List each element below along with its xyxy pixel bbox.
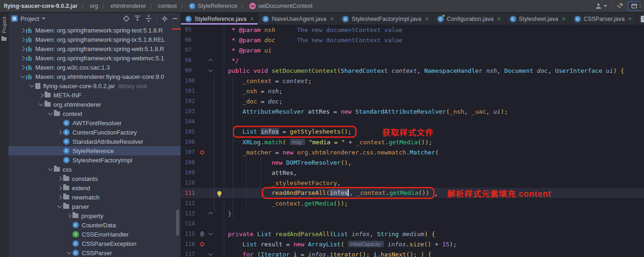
code-line-98[interactable]: 98 */ — [181, 55, 644, 65]
chevron-down-icon[interactable] — [39, 102, 43, 106]
chevron-down-icon[interactable] — [20, 74, 25, 78]
tree-item-maven-org-springframework-spring-web-5-1[interactable]: Maven: org.springframework:spring-web:5.… — [8, 44, 181, 53]
tree-item-maven-org-springframework-spring-webmvc-[interactable]: Maven: org.springframework:spring-webmvc… — [8, 53, 181, 63]
tab-close-icon[interactable]: × — [628, 15, 632, 22]
code-line-103[interactable]: 103 AttributeResolver attRes = new Stand… — [181, 106, 644, 116]
chevron-right-icon[interactable] — [20, 56, 25, 60]
settings-gear-button[interactable] — [162, 16, 168, 22]
code-line-95[interactable]: 95 * @param nsh The new documentContext … — [181, 25, 644, 35]
breadcrumb-item[interactable]: xhtmlrenderer — [110, 3, 146, 9]
project-panel-title[interactable]: Project — [20, 15, 39, 22]
line-number[interactable]: 112 — [181, 200, 198, 206]
chevron-right-icon[interactable] — [57, 130, 62, 135]
tree-item-cssparser[interactable]: CCSSParser — [8, 248, 181, 257]
line-number[interactable]: 114 — [181, 220, 198, 227]
breadcrumb-item[interactable]: org — [90, 3, 98, 9]
tree-item-css[interactable]: css — [8, 165, 181, 174]
tree-item-csserrorhandler[interactable]: ICSSErrorHandler — [8, 230, 181, 239]
line-number[interactable]: 102 — [181, 98, 198, 104]
line-number[interactable]: 108 — [181, 159, 198, 166]
code-line-115[interactable]: 115@private List readAndParseAll(List in… — [181, 229, 644, 239]
tree-item-cssparseexception[interactable]: CCSSParseException — [8, 239, 181, 248]
line-number[interactable]: 110 — [181, 180, 198, 186]
run-configuration-button[interactable]: S — [628, 1, 640, 11]
code-line-108[interactable]: 108 new DOMTreeResolver(), — [181, 157, 644, 167]
code-line-116[interactable]: 116 List result = new ArrayList( initial… — [181, 239, 644, 249]
tree-item-newmatch[interactable]: newmatch — [8, 193, 181, 202]
code-line-107[interactable]: 107 _matcher = new org.xhtmlrenderer.css… — [181, 147, 644, 157]
tree-item-maven-org-xhtmlrenderer-flying-saucer-co[interactable]: Maven: org.xhtmlrenderer:flying-saucer-c… — [8, 72, 181, 81]
user-profile-button[interactable] — [595, 3, 607, 9]
code-line-101[interactable]: 101 _nsh = nsh; — [181, 86, 644, 96]
tree-item-contentfunctionfactory[interactable]: CContentFunctionFactory — [8, 128, 181, 137]
tree-item-maven-org-w3c-css-sac-1-3[interactable]: Maven: org.w3c.css:sac:1.3 — [8, 63, 181, 72]
tab-xhtmlrendere[interactable]: xhtmlrendere× — [637, 13, 644, 25]
tab-close-icon[interactable]: × — [250, 15, 254, 22]
chevron-right-icon[interactable] — [20, 46, 25, 51]
tree-item-constants[interactable]: constants — [8, 174, 181, 183]
line-number[interactable]: 106 — [181, 139, 198, 145]
line-number[interactable]: 115 — [181, 231, 198, 237]
line-number[interactable]: 96 — [181, 37, 198, 43]
chevron-right-icon[interactable] — [39, 93, 43, 97]
tree-item-standardattributeresolver[interactable]: CStandardAttributeResolver — [8, 137, 181, 146]
chevron-right-icon[interactable] — [20, 28, 25, 32]
tree-item-parser[interactable]: parser — [8, 202, 181, 211]
tab-naiveuseragent-java[interactable]: CNaiveUserAgent.java× — [258, 13, 338, 25]
code-line-111[interactable]: 111 readAndParseAll(infos, _context.getM… — [181, 188, 644, 198]
chevron-down-icon[interactable] — [42, 18, 46, 21]
code-line-112[interactable]: 112 _context.getMedia()); — [181, 198, 644, 208]
hide-panel-button[interactable] — [172, 16, 178, 21]
chevron-down-icon[interactable] — [29, 83, 34, 88]
tree-item-counterdata[interactable]: CCounterData — [8, 220, 181, 230]
tree-item-extend[interactable]: extend — [8, 183, 181, 193]
code-line-105[interactable]: 105 List infos = getStylesheets();获取样式文件 — [181, 127, 644, 137]
tree-item-maven-org-springframework-spring-tx-5-1-[interactable]: Maven: org.springframework:spring-tx:5.1… — [8, 35, 181, 44]
chevron-right-icon[interactable] — [20, 37, 25, 42]
fold-up-icon[interactable] — [208, 212, 213, 217]
code-line-109[interactable]: 109 attRes, — [181, 167, 644, 178]
line-number[interactable]: 105 — [181, 128, 198, 135]
collapse-all-button[interactable] — [145, 15, 152, 22]
fold-up-icon[interactable] — [208, 59, 213, 64]
fold-down-icon[interactable] — [208, 68, 213, 72]
chevron-down-icon[interactable] — [48, 111, 52, 116]
line-number[interactable]: 117 — [181, 251, 198, 257]
breadcrumb-item[interactable]: flying-saucer-core-9.0.2.jar — [4, 3, 78, 9]
tab-close-icon[interactable]: × — [425, 15, 429, 22]
line-number[interactable]: 116 — [181, 241, 198, 247]
line-number[interactable]: 113 — [181, 210, 198, 217]
chevron-right-icon[interactable] — [57, 195, 62, 199]
tab-configuration-java[interactable]: CConfiguration.java× — [433, 13, 505, 25]
tree-item-maven-org-springframework-spring-test-5-[interactable]: Maven: org.springframework:spring-test:5… — [8, 26, 181, 35]
code-line-96[interactable]: 96 * @param doc The new documentContext … — [181, 35, 644, 45]
line-number[interactable]: 103 — [181, 108, 198, 115]
breadcrumb-item[interactable]: context — [158, 3, 176, 9]
line-number[interactable]: 100 — [181, 77, 198, 84]
tree-item-meta-inf[interactable]: META-INF — [8, 90, 181, 100]
line-number[interactable]: 98 — [181, 57, 198, 64]
tree-item-flying-saucer-core-9-0-2-jar[interactable]: flying-saucer-core-9.0.2.jarlibrary root — [8, 81, 181, 90]
breadcrumb-item[interactable]: msetDocumentContext — [249, 3, 312, 9]
fold-down-icon[interactable] — [208, 251, 213, 256]
code-line-97[interactable]: 97 * @param ui — [181, 45, 644, 55]
line-number[interactable]: 107 — [181, 149, 198, 155]
tab-close-icon[interactable]: × — [562, 15, 566, 22]
code-line-100[interactable]: 100 _context = context; — [181, 76, 644, 86]
tree-item-context[interactable]: context — [8, 109, 181, 118]
code-line-99[interactable]: 99public void setDocumentContext(SharedC… — [181, 65, 644, 76]
chevron-down-icon[interactable] — [48, 167, 52, 171]
locate-file-button[interactable] — [123, 15, 130, 22]
chevron-right-icon[interactable] — [57, 176, 62, 181]
chevron-down-icon[interactable] — [57, 204, 62, 208]
line-number[interactable]: 101 — [181, 88, 198, 94]
intention-bulb-icon[interactable] — [217, 191, 221, 195]
fold-down-icon[interactable] — [208, 231, 213, 236]
tree-item-org-xhtmlrenderer[interactable]: org.xhtmlrenderer — [8, 100, 181, 109]
code-line-114[interactable]: 114 — [181, 218, 644, 229]
code-line-106[interactable]: 106 XRLog.match( msg: "media = " + _cont… — [181, 137, 644, 147]
build-hammer-button[interactable] — [616, 3, 624, 10]
code-line-117[interactable]: 117 for (Iterator i = infos.iterator(); … — [181, 249, 644, 257]
tab-close-icon[interactable]: × — [330, 15, 334, 22]
tree-item-stylereference[interactable]: CStyleReference — [8, 146, 181, 155]
